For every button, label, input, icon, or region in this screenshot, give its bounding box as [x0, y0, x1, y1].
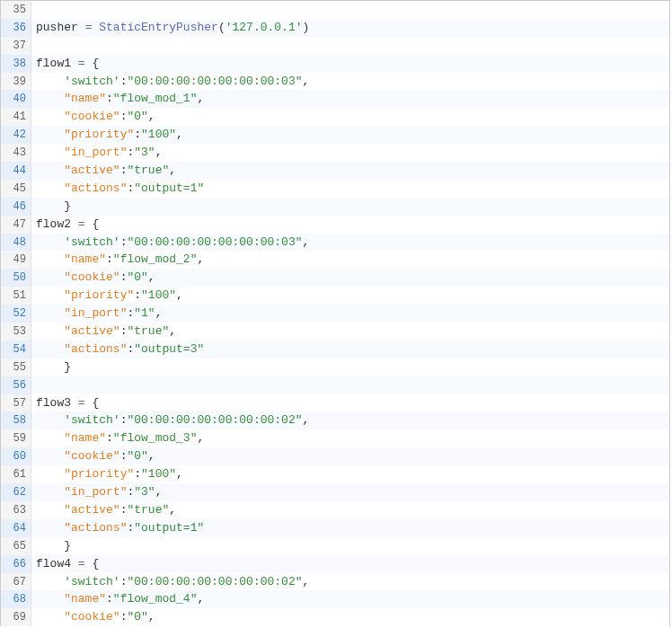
code-content[interactable]: "cookie":"0", — [31, 108, 669, 126]
token: "100" — [141, 128, 176, 141]
code-content[interactable]: "active":"true", — [31, 162, 669, 180]
token: "in_port" — [64, 306, 127, 320]
code-line[interactable]: 63 "active":"true", — [1, 501, 669, 519]
code-line[interactable]: 48 'switch':"00:00:00:00:00:00:00:03", — [1, 234, 669, 252]
token — [36, 539, 64, 553]
code-content[interactable]: "cookie":"0", — [31, 608, 669, 626]
token — [71, 557, 78, 571]
code-content[interactable]: "name":"flow_mod_4", — [31, 590, 669, 608]
code-content[interactable]: "actions":"output=1" — [31, 180, 669, 198]
code-content[interactable] — [31, 376, 669, 394]
code-line[interactable]: 50 "cookie":"0", — [1, 269, 669, 287]
code-line[interactable]: 62 "in_port":"3", — [1, 483, 669, 501]
code-content[interactable]: "priority":"100", — [31, 287, 669, 305]
code-line[interactable]: 52 "in_port":"1", — [1, 305, 669, 323]
code-line[interactable]: 55 } — [1, 358, 669, 376]
code-content[interactable]: 'switch':"00:00:00:00:00:00:00:03", — [31, 234, 669, 252]
code-line[interactable]: 46 } — [1, 198, 669, 216]
code-line[interactable]: 64 "actions":"output=1" — [1, 519, 669, 537]
token: "0" — [127, 449, 147, 463]
token: , — [155, 306, 163, 320]
token: = — [78, 217, 85, 231]
code-line[interactable]: 59 "name":"flow_mod_3", — [1, 429, 669, 447]
code-line[interactable]: 43 "in_port":"3", — [1, 144, 669, 162]
code-line[interactable]: 45 "actions":"output=1" — [1, 180, 669, 198]
code-line[interactable]: 65 } — [1, 537, 669, 555]
code-content[interactable]: "in_port":"3", — [31, 144, 669, 162]
token: "in_port" — [64, 146, 127, 159]
line-number: 52 — [1, 305, 31, 323]
code-content[interactable]: } — [31, 358, 669, 376]
code-line[interactable]: 58 'switch':"00:00:00:00:00:00:00:02", — [1, 411, 669, 429]
code-content[interactable]: "actions":"output=1" — [31, 519, 669, 537]
code-line[interactable]: 47flow2 = { — [1, 216, 669, 234]
code-content[interactable] — [31, 37, 669, 55]
code-content[interactable]: "in_port":"1", — [31, 305, 669, 323]
code-line[interactable]: 68 "name":"flow_mod_4", — [1, 590, 669, 608]
token: flow1 — [36, 57, 71, 70]
line-number: 65 — [1, 537, 31, 555]
code-content[interactable]: "priority":"100", — [31, 126, 669, 144]
token: , — [303, 75, 310, 88]
code-content[interactable]: "name":"flow_mod_1", — [31, 90, 669, 108]
code-line[interactable]: 60 "cookie":"0", — [1, 447, 669, 465]
code-line[interactable]: 36pusher = StaticEntryPusher('127.0.0.1'… — [1, 19, 669, 37]
line-number: 44 — [1, 162, 31, 180]
code-content[interactable]: } — [31, 537, 669, 555]
code-content[interactable] — [31, 1, 669, 19]
code-content[interactable]: "cookie":"0", — [31, 447, 669, 465]
token: 'switch' — [64, 75, 119, 88]
code-line[interactable]: 67 'switch':"00:00:00:00:00:00:00:02", — [1, 573, 669, 591]
code-line[interactable]: 53 "active":"true", — [1, 323, 669, 341]
code-line[interactable]: 54 "actions":"output=3" — [1, 341, 669, 358]
code-line[interactable]: 37 — [1, 37, 669, 55]
line-number: 40 — [1, 90, 31, 108]
code-content[interactable]: "active":"true", — [31, 501, 669, 519]
code-content[interactable]: "in_port":"3", — [31, 483, 669, 501]
token: "00:00:00:00:00:00:00:02" — [127, 413, 302, 427]
code-content[interactable]: 'switch':"00:00:00:00:00:00:00:02", — [31, 573, 669, 591]
token: , — [169, 503, 176, 517]
token: , — [303, 413, 310, 427]
token: "in_port" — [64, 485, 127, 499]
code-content[interactable]: flow3 = { — [31, 394, 669, 412]
code-line[interactable]: 41 "cookie":"0", — [1, 108, 669, 126]
code-line[interactable]: 44 "active":"true", — [1, 162, 669, 180]
code-content[interactable]: "name":"flow_mod_2", — [31, 251, 669, 269]
code-line[interactable]: 61 "priority":"100", — [1, 465, 669, 483]
token — [36, 610, 64, 624]
code-line[interactable]: 56 — [1, 376, 669, 394]
token: { — [92, 217, 99, 231]
code-line[interactable]: 35 — [1, 1, 669, 19]
code-content[interactable]: flow1 = { — [31, 55, 669, 73]
code-content[interactable]: "name":"flow_mod_3", — [31, 429, 669, 447]
code-line[interactable]: 57flow3 = { — [1, 394, 669, 412]
code-line[interactable]: 51 "priority":"100", — [1, 287, 669, 305]
code-content[interactable]: "active":"true", — [31, 323, 669, 341]
code-content[interactable]: 'switch':"00:00:00:00:00:00:00:03", — [31, 73, 669, 91]
token: "active" — [64, 324, 119, 338]
code-line[interactable]: 39 'switch':"00:00:00:00:00:00:00:03", — [1, 73, 669, 91]
token — [36, 235, 64, 249]
line-number: 55 — [1, 358, 31, 376]
code-line[interactable]: 40 "name":"flow_mod_1", — [1, 90, 669, 108]
code-content[interactable]: flow4 = { — [31, 555, 669, 573]
code-content[interactable]: "cookie":"0", — [31, 269, 669, 287]
code-content[interactable]: pusher = StaticEntryPusher('127.0.0.1') — [31, 19, 669, 37]
code-content[interactable]: } — [31, 198, 669, 216]
code-content[interactable]: flow2 = { — [31, 216, 669, 234]
token: : — [106, 592, 113, 606]
token — [36, 75, 64, 88]
code-content[interactable]: 'switch':"00:00:00:00:00:00:00:02", — [31, 411, 669, 429]
code-line[interactable]: 42 "priority":"100", — [1, 126, 669, 144]
code-editor[interactable]: 3536pusher = StaticEntryPusher('127.0.0.… — [0, 0, 670, 626]
code-line[interactable]: 49 "name":"flow_mod_2", — [1, 251, 669, 269]
code-content[interactable]: "priority":"100", — [31, 465, 669, 483]
token: "flow_mod_1" — [113, 92, 198, 105]
code-content[interactable]: "actions":"output=3" — [31, 341, 669, 358]
token: : — [134, 128, 141, 141]
code-line[interactable]: 38flow1 = { — [1, 55, 669, 73]
code-line[interactable]: 69 "cookie":"0", — [1, 608, 669, 626]
token: , — [303, 575, 310, 588]
code-line[interactable]: 66flow4 = { — [1, 555, 669, 573]
